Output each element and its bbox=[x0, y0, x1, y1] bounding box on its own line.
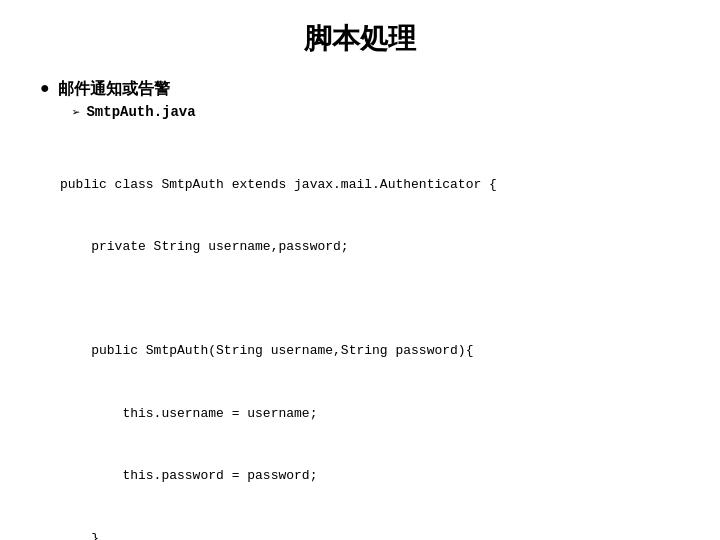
page-title: 脚本処理 bbox=[40, 20, 680, 58]
section-header: ● 邮件通知或告警 bbox=[40, 78, 680, 100]
code-line-2: private String username,password; bbox=[60, 237, 680, 258]
bullet-icon: ● bbox=[40, 78, 50, 100]
code-line-4: public SmtpAuth(String username,String p… bbox=[60, 341, 680, 362]
code-line-5: this.username = username; bbox=[60, 404, 680, 425]
code-line-7: } bbox=[60, 529, 680, 540]
sub-label: SmtpAuth.java bbox=[86, 104, 195, 120]
arrow-icon: ➢ bbox=[72, 104, 80, 121]
code-line-6: this.password = password; bbox=[60, 466, 680, 487]
page: 脚本処理 ● 邮件通知或告警 ➢ SmtpAuth.java public cl… bbox=[0, 0, 720, 540]
code-line-1: public class SmtpAuth extends javax.mail… bbox=[60, 175, 680, 196]
section-label: 邮件通知或告警 bbox=[58, 78, 170, 100]
sub-item: ➢ SmtpAuth.java bbox=[72, 104, 680, 121]
code-block: public class SmtpAuth extends javax.mail… bbox=[60, 133, 680, 540]
